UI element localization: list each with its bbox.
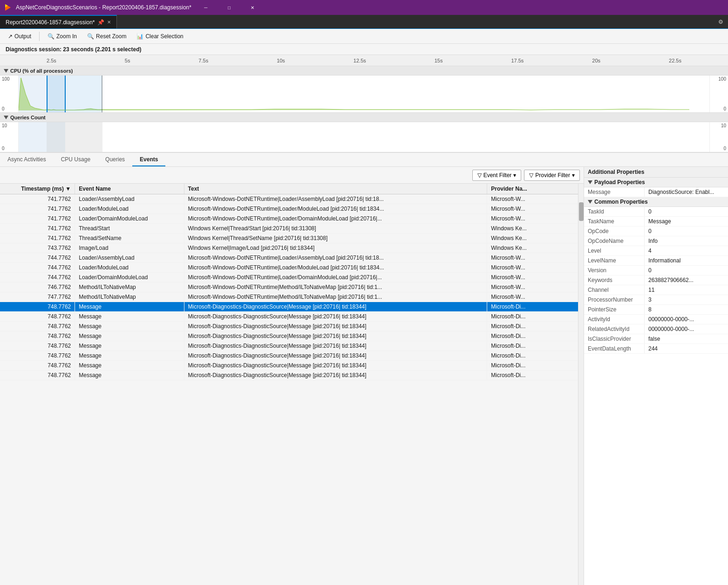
cell-text: Windows Kernel|Image/Load [pid:20716| ti…: [184, 243, 487, 253]
cell-text: Microsoft-Windows-DotNETRuntime|Loader/M…: [184, 263, 487, 273]
output-button[interactable]: ↗ Output: [4, 31, 35, 41]
table-row[interactable]: 748.7762MessageMicrosoft-Diagnostics-Dia…: [0, 312, 578, 322]
cell-provider: Windows Ke...: [487, 224, 578, 234]
zoom-in-button[interactable]: 🔍 Zoom In: [43, 31, 81, 41]
table-row[interactable]: 743.7762Image/LoadWindows Kernel|Image/L…: [0, 243, 578, 253]
table-row[interactable]: 746.7762Method/ILToNativeMapMicrosoft-Wi…: [0, 282, 578, 292]
tab-queries[interactable]: Queries: [98, 153, 132, 166]
main-tab[interactable]: Report20200406-1857.diagsession* 📌 ✕: [0, 15, 117, 28]
common-prop-row: IsClassicProviderfalse: [584, 334, 728, 344]
cell-text: Microsoft-Diagnostics-DiagnosticSource|M…: [184, 302, 487, 312]
cell-timestamp: 748.7762: [0, 341, 75, 351]
table-row[interactable]: 741.7762Loader/ModuleLoadMicrosoft-Windo…: [0, 204, 578, 214]
events-table-container[interactable]: Timestamp (ms) ▼ Event Name Text Provide…: [0, 184, 578, 585]
table-row[interactable]: 748.7762MessageMicrosoft-Diagnostics-Dia…: [0, 331, 578, 341]
tab-close-icon[interactable]: ✕: [107, 20, 111, 25]
clear-selection-button[interactable]: 📊 Clear Selection: [132, 31, 187, 41]
payload-section-header[interactable]: Payload Properties: [584, 178, 728, 187]
table-row[interactable]: 748.7762MessageMicrosoft-Diagnostics-Dia…: [0, 341, 578, 351]
maximize-button[interactable]: □: [218, 0, 240, 15]
cell-timestamp: 748.7762: [0, 351, 75, 361]
prop-value: 11: [645, 285, 728, 295]
close-button[interactable]: ✕: [242, 0, 263, 15]
table-vertical-scrollbar[interactable]: [578, 184, 584, 585]
table-row[interactable]: 744.7762Loader/ModuleLoadMicrosoft-Windo…: [0, 263, 578, 273]
table-row[interactable]: 741.7762Loader/AssemblyLoadMicrosoft-Win…: [0, 194, 578, 204]
cell-text: Microsoft-Diagnostics-DiagnosticSource|M…: [184, 341, 487, 351]
table-row[interactable]: 741.7762Thread/SetNameWindows Kernel|Thr…: [0, 234, 578, 243]
table-row[interactable]: 747.7762Method/ILToNativeMapMicrosoft-Wi…: [0, 292, 578, 302]
common-prop-row: TaskNameMessage: [584, 217, 728, 227]
queries-chart-body[interactable]: 10 0 10 0: [0, 122, 728, 152]
common-section-header[interactable]: Common Properties: [584, 197, 728, 207]
ruler-mark: 20s: [592, 58, 600, 63]
cell-provider: Microsoft-W...: [487, 282, 578, 292]
table-row[interactable]: 748.7762MessageMicrosoft-Diagnostics-Dia…: [0, 351, 578, 361]
table-row[interactable]: 741.7762Loader/DomainModuleLoadMicrosoft…: [0, 214, 578, 224]
reset-zoom-icon: 🔍: [87, 33, 94, 40]
provider-filter-button[interactable]: ▽ Provider Filter ▾: [524, 170, 580, 181]
prop-value: 0: [645, 227, 728, 236]
prop-value: 00000000-0000-...: [645, 315, 728, 324]
app-logo: [4, 3, 12, 12]
cell-timestamp: 746.7762: [0, 282, 75, 292]
cell-event: Method/ILToNativeMap: [75, 282, 184, 292]
payload-props: MessageDiagnosticSource: Enabl...: [584, 187, 728, 197]
prop-value: 8: [645, 305, 728, 314]
common-prop-row: PointerSize8: [584, 305, 728, 315]
prop-value: 0: [645, 207, 728, 216]
table-row[interactable]: 744.7762Loader/DomainModuleLoadMicrosoft…: [0, 273, 578, 282]
ruler-mark: 15s: [435, 58, 443, 63]
col-header-provider[interactable]: Provider Na...: [487, 184, 578, 194]
reset-zoom-button[interactable]: 🔍 Reset Zoom: [83, 31, 130, 41]
cell-provider: Microsoft-W...: [487, 204, 578, 214]
cpu-y-labels-right: 100 0: [709, 76, 728, 112]
prop-key: TaskId: [584, 207, 645, 216]
window-controls: ─ □ ✕: [195, 0, 263, 15]
tab-pin-icon[interactable]: 📌: [97, 19, 104, 26]
common-prop-row: TaskId0: [584, 207, 728, 217]
cell-event: Loader/AssemblyLoad: [75, 194, 184, 204]
col-header-text[interactable]: Text: [184, 184, 487, 194]
col-header-event[interactable]: Event Name: [75, 184, 184, 194]
prop-value: DiagnosticSource: Enabl...: [645, 187, 728, 197]
table-row[interactable]: 748.7762MessageMicrosoft-Diagnostics-Dia…: [0, 302, 578, 312]
cpu-chart-canvas: [19, 76, 709, 112]
cell-text: Microsoft-Diagnostics-DiagnosticSource|M…: [184, 351, 487, 361]
table-row[interactable]: 748.7762MessageMicrosoft-Diagnostics-Dia…: [0, 322, 578, 331]
table-row[interactable]: 748.7762MessageMicrosoft-Diagnostics-Dia…: [0, 371, 578, 380]
event-filter-button[interactable]: ▽ Event Filter ▾: [472, 170, 522, 181]
events-panel: ▽ Event Filter ▾ ▽ Provider Filter ▾ Tim…: [0, 167, 584, 585]
prop-key: Keywords: [584, 275, 645, 285]
cpu-chart-body[interactable]: 100 0 100 0: [0, 76, 728, 113]
cell-timestamp: 748.7762: [0, 322, 75, 331]
table-row[interactable]: 748.7762MessageMicrosoft-Diagnostics-Dia…: [0, 361, 578, 371]
table-row[interactable]: 741.7762Thread/StartWindows Kernel|Threa…: [0, 224, 578, 234]
cell-text: Microsoft-Windows-DotNETRuntime|Method/I…: [184, 282, 487, 292]
provider-filter-icon: ▽: [529, 172, 533, 179]
queries-chart-header: Queries Count: [0, 113, 728, 122]
cell-timestamp: 741.7762: [0, 214, 75, 224]
cell-text: Microsoft-Diagnostics-DiagnosticSource|M…: [184, 322, 487, 331]
cell-event: Thread/Start: [75, 224, 184, 234]
scroll-thumb[interactable]: [579, 202, 584, 221]
cell-text: Windows Kernel|Thread/SetName [pid:20716…: [184, 234, 487, 243]
cell-provider: Microsoft-Di...: [487, 371, 578, 380]
col-header-timestamp[interactable]: Timestamp (ms) ▼: [0, 184, 75, 194]
tab-events[interactable]: Events: [132, 153, 165, 166]
cell-event: Message: [75, 312, 184, 322]
tab-async-activities[interactable]: Async Activities: [0, 153, 54, 166]
ruler-mark: 2.5s: [47, 58, 56, 63]
right-panel-content[interactable]: Payload Properties MessageDiagnosticSour…: [584, 178, 728, 585]
ruler-mark: 17.5s: [511, 58, 524, 63]
ruler-marks: 2.5s5s7.5s10s12.5s15s17.5s20s22.5s: [47, 58, 681, 63]
ruler-mark: 10s: [277, 58, 285, 63]
cpu-chart-section: CPU (% of all processors) 100 0 100: [0, 66, 728, 113]
settings-icon[interactable]: ⚙: [714, 15, 728, 28]
tab-cpu-usage[interactable]: CPU Usage: [54, 153, 98, 166]
minimize-button[interactable]: ─: [195, 0, 217, 15]
prop-value: Informational: [645, 256, 728, 265]
table-row[interactable]: 744.7762Loader/AssemblyLoadMicrosoft-Win…: [0, 253, 578, 263]
filter-icon: ▽: [477, 172, 482, 179]
cell-event: Message: [75, 331, 184, 341]
